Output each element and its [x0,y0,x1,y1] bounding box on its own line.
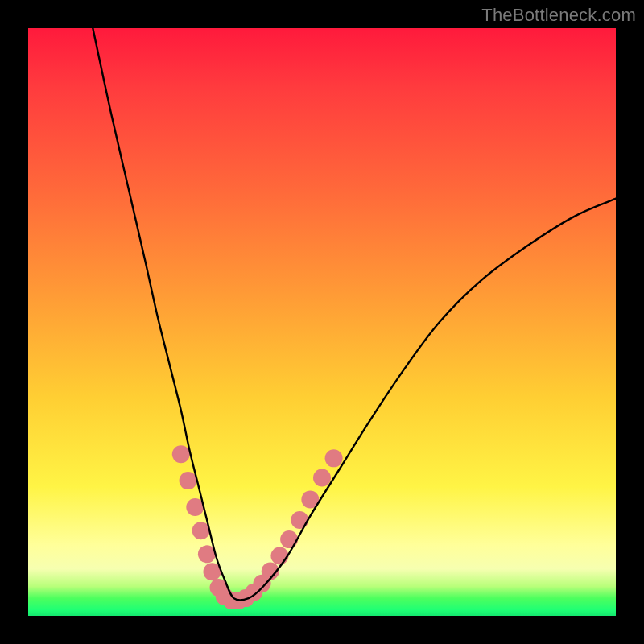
marker-dot [291,511,308,529]
marker-group [172,445,343,609]
marker-dot [325,449,343,467]
curve-layer [28,28,616,616]
bottleneck-curve [93,28,616,600]
chart-frame: TheBottleneck.com [0,0,644,644]
marker-dot [280,530,298,548]
watermark: TheBottleneck.com [481,5,636,26]
marker-dot [270,547,288,565]
plot-area [28,28,616,616]
marker-dot [180,472,197,489]
marker-dot [172,445,190,463]
marker-dot [313,469,331,486]
